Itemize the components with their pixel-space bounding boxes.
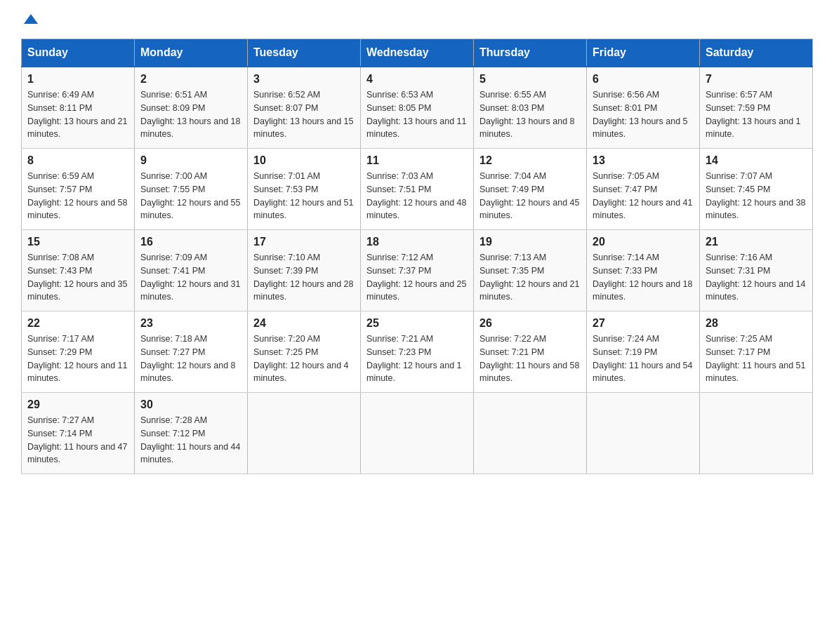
calendar-cell: 15Sunrise: 7:08 AMSunset: 7:43 PMDayligh… [22,230,135,311]
day-number: 10 [253,154,355,167]
calendar-cell: 2Sunrise: 6:51 AMSunset: 8:09 PMDaylight… [135,67,248,149]
day-info: Sunrise: 6:57 AMSunset: 7:59 PMDaylight:… [706,88,807,141]
day-number: 4 [366,73,468,86]
day-number: 30 [140,398,241,411]
day-info: Sunrise: 7:18 AMSunset: 7:27 PMDaylight:… [140,333,241,385]
day-number: 29 [27,398,128,411]
day-info: Sunrise: 7:22 AMSunset: 7:21 PMDaylight:… [479,333,581,385]
calendar-cell: 16Sunrise: 7:09 AMSunset: 7:41 PMDayligh… [135,230,248,311]
calendar-cell: 9Sunrise: 7:00 AMSunset: 7:55 PMDaylight… [135,149,248,230]
day-info: Sunrise: 6:49 AMSunset: 8:11 PMDaylight:… [27,88,128,141]
day-info: Sunrise: 7:10 AMSunset: 7:39 PMDaylight:… [253,251,355,304]
day-number: 7 [706,73,807,86]
day-info: Sunrise: 6:53 AMSunset: 8:05 PMDaylight:… [366,88,468,141]
day-info: Sunrise: 7:21 AMSunset: 7:23 PMDaylight:… [366,333,468,385]
calendar-cell: 22Sunrise: 7:17 AMSunset: 7:29 PMDayligh… [22,311,135,393]
day-number: 27 [593,317,694,330]
calendar-cell: 8Sunrise: 6:59 AMSunset: 7:57 PMDaylight… [22,149,135,230]
day-info: Sunrise: 7:17 AMSunset: 7:29 PMDaylight:… [27,333,128,385]
calendar-week-row: 8Sunrise: 6:59 AMSunset: 7:57 PMDaylight… [22,149,813,230]
calendar-cell: 12Sunrise: 7:04 AMSunset: 7:49 PMDayligh… [474,149,587,230]
day-number: 15 [27,236,128,248]
calendar-week-row: 15Sunrise: 7:08 AMSunset: 7:43 PMDayligh… [22,230,813,311]
page-header [21,14,813,25]
day-number: 2 [140,73,241,86]
calendar-cell: 11Sunrise: 7:03 AMSunset: 7:51 PMDayligh… [361,149,474,230]
day-info: Sunrise: 7:14 AMSunset: 7:33 PMDaylight:… [593,251,694,304]
day-info: Sunrise: 7:01 AMSunset: 7:53 PMDaylight:… [253,170,355,222]
day-info: Sunrise: 7:28 AMSunset: 7:12 PMDaylight:… [140,414,241,467]
day-info: Sunrise: 7:13 AMSunset: 7:35 PMDaylight:… [479,251,581,304]
weekday-header-monday: Monday [135,39,248,67]
calendar-cell [700,393,813,474]
calendar-cell: 27Sunrise: 7:24 AMSunset: 7:19 PMDayligh… [587,311,700,393]
day-info: Sunrise: 7:00 AMSunset: 7:55 PMDaylight:… [140,170,241,222]
day-info: Sunrise: 7:12 AMSunset: 7:37 PMDaylight:… [366,251,468,304]
day-number: 22 [27,317,128,330]
calendar-cell: 26Sunrise: 7:22 AMSunset: 7:21 PMDayligh… [474,311,587,393]
calendar-cell: 25Sunrise: 7:21 AMSunset: 7:23 PMDayligh… [361,311,474,393]
calendar-cell [248,393,361,474]
day-info: Sunrise: 6:56 AMSunset: 8:01 PMDaylight:… [593,88,694,141]
day-info: Sunrise: 7:04 AMSunset: 7:49 PMDaylight:… [479,170,581,222]
calendar-cell: 6Sunrise: 6:56 AMSunset: 8:01 PMDaylight… [587,67,700,149]
day-number: 11 [366,154,468,167]
day-number: 16 [140,236,241,248]
weekday-header-sunday: Sunday [22,39,135,67]
day-number: 21 [706,236,807,248]
day-info: Sunrise: 7:08 AMSunset: 7:43 PMDaylight:… [27,251,128,304]
weekday-header-row: SundayMondayTuesdayWednesdayThursdayFrid… [22,39,813,67]
day-number: 19 [479,236,581,248]
day-info: Sunrise: 7:25 AMSunset: 7:17 PMDaylight:… [706,333,807,385]
calendar-cell [361,393,474,474]
day-number: 8 [27,154,128,167]
day-number: 13 [593,154,694,167]
day-info: Sunrise: 6:51 AMSunset: 8:09 PMDaylight:… [140,88,241,141]
calendar-cell: 24Sunrise: 7:20 AMSunset: 7:25 PMDayligh… [248,311,361,393]
calendar-cell: 23Sunrise: 7:18 AMSunset: 7:27 PMDayligh… [135,311,248,393]
day-info: Sunrise: 7:20 AMSunset: 7:25 PMDaylight:… [253,333,355,385]
calendar-cell: 5Sunrise: 6:55 AMSunset: 8:03 PMDaylight… [474,67,587,149]
day-number: 6 [593,73,694,86]
day-number: 20 [593,236,694,248]
day-number: 9 [140,154,241,167]
calendar-cell: 29Sunrise: 7:27 AMSunset: 7:14 PMDayligh… [22,393,135,474]
day-number: 28 [706,317,807,330]
day-info: Sunrise: 7:16 AMSunset: 7:31 PMDaylight:… [706,251,807,304]
day-info: Sunrise: 7:27 AMSunset: 7:14 PMDaylight:… [27,414,128,467]
day-number: 17 [253,236,355,248]
day-number: 26 [479,317,581,330]
calendar-cell: 3Sunrise: 6:52 AMSunset: 8:07 PMDaylight… [248,67,361,149]
calendar-cell: 30Sunrise: 7:28 AMSunset: 7:12 PMDayligh… [135,393,248,474]
calendar-cell [587,393,700,474]
weekday-header-thursday: Thursday [474,39,587,67]
calendar-cell: 7Sunrise: 6:57 AMSunset: 7:59 PMDaylight… [700,67,813,149]
logo [21,14,38,25]
calendar-cell: 1Sunrise: 6:49 AMSunset: 8:11 PMDaylight… [22,67,135,149]
day-number: 18 [366,236,468,248]
day-info: Sunrise: 7:05 AMSunset: 7:47 PMDaylight:… [593,170,694,222]
day-info: Sunrise: 7:24 AMSunset: 7:19 PMDaylight:… [593,333,694,385]
day-number: 24 [253,317,355,330]
day-number: 12 [479,154,581,167]
day-number: 1 [27,73,128,86]
day-info: Sunrise: 7:09 AMSunset: 7:41 PMDaylight:… [140,251,241,304]
calendar-table: SundayMondayTuesdayWednesdayThursdayFrid… [21,39,813,474]
calendar-cell: 18Sunrise: 7:12 AMSunset: 7:37 PMDayligh… [361,230,474,311]
day-info: Sunrise: 7:07 AMSunset: 7:45 PMDaylight:… [706,170,807,222]
weekday-header-wednesday: Wednesday [361,39,474,67]
day-number: 3 [253,73,355,86]
weekday-header-friday: Friday [587,39,700,67]
calendar-cell: 28Sunrise: 7:25 AMSunset: 7:17 PMDayligh… [700,311,813,393]
weekday-header-tuesday: Tuesday [248,39,361,67]
day-info: Sunrise: 6:55 AMSunset: 8:03 PMDaylight:… [479,88,581,141]
calendar-cell: 17Sunrise: 7:10 AMSunset: 7:39 PMDayligh… [248,230,361,311]
day-number: 14 [706,154,807,167]
calendar-week-row: 1Sunrise: 6:49 AMSunset: 8:11 PMDaylight… [22,67,813,149]
calendar-cell: 13Sunrise: 7:05 AMSunset: 7:47 PMDayligh… [587,149,700,230]
day-number: 23 [140,317,241,330]
day-info: Sunrise: 6:52 AMSunset: 8:07 PMDaylight:… [253,88,355,141]
day-info: Sunrise: 6:59 AMSunset: 7:57 PMDaylight:… [27,170,128,222]
calendar-week-row: 22Sunrise: 7:17 AMSunset: 7:29 PMDayligh… [22,311,813,393]
day-info: Sunrise: 7:03 AMSunset: 7:51 PMDaylight:… [366,170,468,222]
